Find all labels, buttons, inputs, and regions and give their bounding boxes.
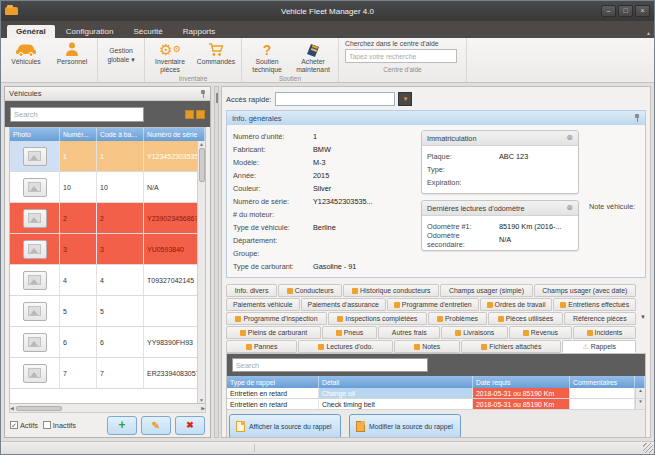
more-tabs-icon[interactable]: ▼: [640, 314, 646, 320]
tab-entretiens-effectues[interactable]: Entretiens effectués: [553, 298, 636, 311]
column-photo[interactable]: Photo: [10, 128, 60, 141]
tab-autres-frais[interactable]: Autres frais: [378, 326, 440, 339]
collapse-icon[interactable]: ⊗: [566, 204, 573, 212]
tab-paiements-vehicule[interactable]: Paiements véhicule: [226, 298, 300, 311]
scroll-down-icon[interactable]: ▼: [638, 399, 642, 404]
table-row[interactable]: 10 10 N/A: [10, 172, 205, 203]
delete-vehicle-button[interactable]: ✖: [175, 416, 205, 435]
tab-revenus[interactable]: Revenus: [509, 326, 572, 339]
column-detail[interactable]: Détail: [319, 376, 473, 388]
table-row[interactable]: 7 7 ER23394083057: [10, 358, 205, 389]
add-vehicle-button[interactable]: +: [107, 416, 137, 435]
table-row[interactable]: 1 1 Y1234523035353...: [10, 141, 205, 172]
vertical-scrollbar[interactable]: ▲: [635, 388, 645, 398]
tab-reference-pieces[interactable]: Référence pièces: [564, 312, 636, 325]
scroll-left-icon[interactable]: ◀: [10, 405, 14, 411]
column-code-barres[interactable]: Code à ba...: [97, 128, 144, 141]
card-view-icon[interactable]: [196, 110, 205, 119]
inactifs-checkbox[interactable]: Inactifs: [43, 421, 76, 430]
soutien-technique-button[interactable]: ? Soutien technique: [244, 39, 290, 74]
minimize-button[interactable]: –: [601, 5, 616, 17]
photo-button[interactable]: [23, 240, 47, 259]
tab-programme-entretien[interactable]: Programme d'entretien: [387, 298, 479, 311]
table-row[interactable]: 3 3 YU0593840: [10, 234, 205, 265]
help-search-input[interactable]: [345, 49, 457, 63]
horizontal-scrollbar[interactable]: ◀ ▶: [9, 404, 206, 413]
photo-button[interactable]: [23, 302, 47, 321]
table-row[interactable]: Entretien en retard Change oil 2018-05-3…: [227, 388, 645, 399]
quick-access-dropdown-button[interactable]: ▾: [398, 92, 412, 106]
actifs-checkbox[interactable]: ✓ Actifs: [10, 421, 38, 430]
photo-button[interactable]: [23, 271, 47, 290]
tab-lectures-odo[interactable]: Lectures d'odo.: [298, 340, 393, 353]
scroll-thumb[interactable]: [16, 406, 62, 411]
column-type-rappel[interactable]: Type de rappel: [227, 376, 319, 388]
resize-grip[interactable]: [643, 443, 653, 453]
table-row[interactable]: 6 6 YY98390FH93: [10, 327, 205, 358]
show-reminder-source-button[interactable]: Afficher la source du rappel: [229, 414, 341, 438]
pin-icon[interactable]: [634, 114, 640, 122]
grid-view-icon[interactable]: [185, 110, 194, 119]
photo-button[interactable]: [23, 209, 47, 228]
tab-inspections-completees[interactable]: Inspections complétées: [328, 312, 427, 325]
panel-splitter[interactable]: [214, 86, 219, 438]
scroll-down-icon[interactable]: ▼: [199, 397, 204, 403]
scroll-up-icon[interactable]: ▲: [638, 388, 642, 393]
tab-rapports[interactable]: Rapports: [174, 25, 224, 38]
column-date-requis[interactable]: Date requis: [473, 376, 570, 388]
inventaire-pieces-button[interactable]: ⚙⚙ Inventaire pièces: [147, 39, 193, 74]
scroll-up-icon[interactable]: ▲: [199, 141, 204, 147]
ribbon-collapse-icon[interactable]: ▴: [647, 29, 650, 36]
scroll-thumb[interactable]: [199, 148, 205, 182]
vehicles-search-input[interactable]: [10, 107, 144, 122]
table-row[interactable]: Entretien en retard Check timing belt 20…: [227, 399, 645, 410]
vertical-scrollbar[interactable]: ▲ ▼: [197, 141, 205, 403]
photo-button[interactable]: [23, 147, 47, 166]
close-button[interactable]: ×: [635, 5, 650, 17]
tab-pieces-utilisees[interactable]: Pièces utilisées: [488, 312, 562, 325]
tab-pannes[interactable]: Pannes: [226, 340, 297, 353]
vertical-scrollbar[interactable]: ▼: [635, 399, 645, 409]
tab-programme-inspection[interactable]: Programme d'inspection: [226, 312, 327, 325]
tab-rappels[interactable]: ⚠Rappels: [562, 340, 636, 353]
acheter-maintenant-button[interactable]: Acheter maintenant: [290, 39, 336, 74]
personnel-button[interactable]: Personnel: [49, 39, 95, 72]
column-numero-serie[interactable]: Numéro de série: [144, 128, 205, 141]
tab-incidents[interactable]: Incidents: [573, 326, 636, 339]
tab-pleins-carburant[interactable]: Pleins de carburant: [226, 326, 321, 339]
tab-champs-usager-date[interactable]: Champs usager (avec date): [534, 284, 636, 297]
photo-button[interactable]: [23, 364, 47, 383]
scroll-right-icon[interactable]: ▶: [201, 405, 205, 411]
tab-general[interactable]: Général: [7, 25, 55, 38]
tab-problemes[interactable]: Problèmes: [428, 312, 488, 325]
vehicules-button[interactable]: Véhicules: [3, 39, 49, 72]
edit-reminder-source-button[interactable]: Modifier la source du rappel: [349, 414, 461, 438]
tab-paiements-assurance[interactable]: Paiements d'assurance: [301, 298, 386, 311]
tab-configuration[interactable]: Configuration: [57, 25, 123, 38]
tab-conducteurs[interactable]: Conducteurs: [278, 284, 342, 297]
column-commentaires[interactable]: Commentaires: [570, 376, 635, 388]
tab-champs-usager-simple[interactable]: Champs usager (simple): [440, 284, 532, 297]
gestion-globale-button[interactable]: Gestion globale ▾: [100, 39, 142, 72]
rappels-search-input[interactable]: [232, 358, 428, 372]
photo-button[interactable]: [23, 178, 47, 197]
tab-securite[interactable]: Sécurité: [124, 25, 171, 38]
tab-historique-conducteurs[interactable]: Historique conducteurs: [343, 284, 439, 297]
tab-fichiers-attaches[interactable]: Fichiers attachés: [461, 340, 561, 353]
photo-button[interactable]: [23, 333, 47, 352]
pin-icon[interactable]: [200, 90, 206, 98]
tab-ordres-travail[interactable]: Ordres de travail: [480, 298, 553, 311]
tab-info-divers[interactable]: Info. divers: [226, 284, 277, 297]
tab-livraisons[interactable]: Livraisons: [441, 326, 508, 339]
table-row[interactable]: 5 5: [10, 296, 205, 327]
commandes-button[interactable]: Commandes: [193, 39, 239, 74]
quick-access-input[interactable]: [275, 92, 395, 106]
edit-vehicle-button[interactable]: ✎: [141, 416, 171, 435]
collapse-icon[interactable]: ⊗: [566, 134, 573, 142]
table-row[interactable]: 2 2 Y2390234568678: [10, 203, 205, 234]
table-row[interactable]: 4 4 T09327042145: [10, 265, 205, 296]
tab-notes[interactable]: Notes: [394, 340, 460, 353]
column-numero[interactable]: Numér...: [60, 128, 97, 141]
maximize-button[interactable]: □: [618, 5, 633, 17]
tab-pneus[interactable]: Pneus: [322, 326, 377, 339]
